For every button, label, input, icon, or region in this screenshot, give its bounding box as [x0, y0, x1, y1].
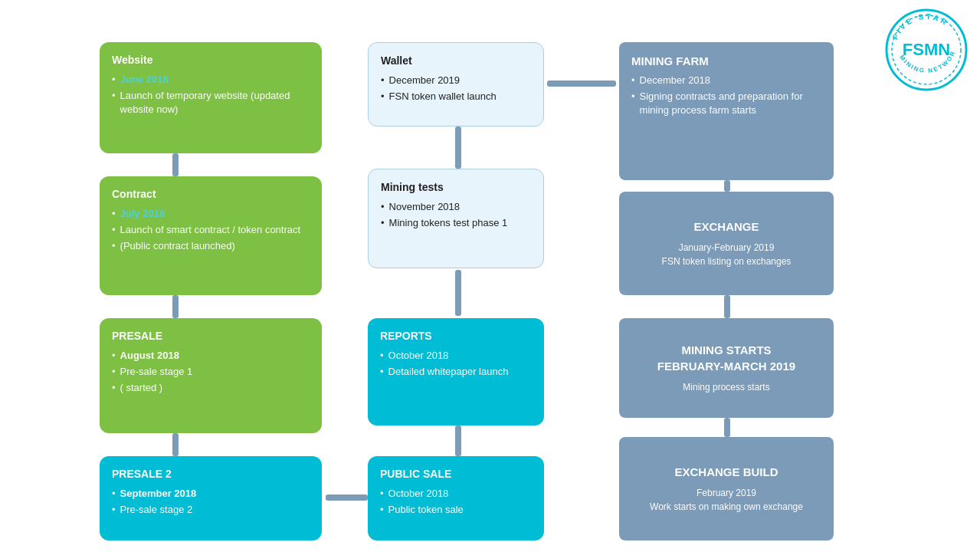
public-sale-title: PUBLIC SALE: [380, 467, 532, 482]
connector-v-col3-1: [724, 180, 730, 192]
presale-date: August 2018: [112, 349, 310, 363]
wallet-title: Wallet: [381, 54, 531, 69]
public-sale-date: October 2018: [380, 487, 532, 501]
presale-card: PRESALE August 2018 Pre-sale stage 1 ( s…: [100, 318, 322, 433]
mining-tests-card: Mining tests November 2018 Mining tokens…: [368, 169, 544, 268]
mining-starts-sub2: Mining process starts: [683, 380, 769, 394]
mining-starts-card: MINING STARTS FEBRUARY-MARCH 2019 Mining…: [619, 318, 834, 418]
presale2-title: PRESALE 2: [112, 467, 310, 482]
wallet-point1: FSN token wallet launch: [381, 90, 531, 104]
presale-point2: ( started ): [112, 381, 310, 395]
contract-date: July 2018: [112, 207, 310, 221]
connector-v-reports-publicsale: [455, 426, 461, 456]
mining-tests-title: Mining tests: [381, 180, 531, 196]
exchange-build-title: EXCHANGE BUILD: [674, 464, 778, 480]
fsmn-logo: FIVE STAR FSMN MINING NETWORK: [884, 8, 969, 92]
reports-card: REPORTS October 2018 Detailed whitepaper…: [368, 318, 544, 426]
connector-v-col3-2: [724, 295, 730, 318]
connector-v2: [172, 295, 179, 318]
roadmap-container: FIVE STAR FSMN MINING NETWORK Website Ju…: [0, 0, 980, 552]
mining-farm-title: MINING FARM: [631, 53, 821, 69]
exchange-title: EXCHANGE: [693, 219, 759, 235]
mining-farm-body: Signing contracts and preparation for mi…: [631, 90, 821, 117]
exchange-build-sub1: February 2019: [696, 486, 756, 500]
exchange-sub2: FSN token listing on exchanges: [662, 255, 792, 268]
exchange-sub1: January-February 2019: [679, 241, 775, 255]
reports-date: October 2018: [380, 349, 532, 363]
connector-v-wallet-miningtests: [455, 127, 461, 169]
mining-farm-card: MINING FARM December 2018 Signing contra…: [619, 42, 834, 180]
website-point1: Launch of temporary website (updated web…: [112, 89, 310, 117]
public-sale-card: PUBLIC SALE October 2018 Public token sa…: [368, 456, 544, 540]
presale-point1: Pre-sale stage 1: [112, 365, 310, 379]
presale2-date: September 2018: [112, 487, 310, 501]
reports-point1: Detailed whitepaper launch: [380, 365, 532, 379]
connector-h-presale2-publicsale: [326, 495, 368, 501]
wallet-date: December 2019: [381, 74, 531, 87]
contract-point1: Launch of smart contract / token contrac…: [112, 223, 310, 237]
contract-card: Contract July 2018 Launch of smart contr…: [100, 176, 322, 295]
mining-starts-title: MINING STARTS FEBRUARY-MARCH 2019: [657, 342, 795, 374]
contract-point2: (Public contract launched): [112, 239, 310, 253]
exchange-card: EXCHANGE January-February 2019 FSN token…: [619, 192, 834, 295]
contract-title: Contract: [112, 187, 310, 202]
connector-h-wallet-miningfarm: [547, 80, 616, 87]
presale2-card: PRESALE 2 September 2018 Pre-sale stage …: [100, 456, 322, 540]
connector-v1: [172, 153, 179, 176]
website-date: June 2018: [112, 73, 310, 87]
mining-tests-date: November 2018: [381, 200, 531, 214]
website-card: Website June 2018 Launch of temporary we…: [100, 42, 322, 153]
presale-title: PRESALE: [112, 329, 310, 344]
presale2-point1: Pre-sale stage 2: [112, 503, 310, 517]
mining-farm-date: December 2018: [631, 74, 821, 87]
connector-v-col3-3: [724, 418, 730, 437]
connector-v3: [172, 433, 179, 456]
svg-text:FSMN: FSMN: [903, 40, 950, 59]
reports-title: REPORTS: [380, 329, 532, 344]
connector-v-miningtests-reports: [455, 270, 461, 316]
website-title: Website: [112, 53, 310, 68]
exchange-build-sub2: Work starts on making own exchange: [650, 500, 803, 514]
wallet-card: Wallet December 2019 FSN token wallet la…: [368, 42, 544, 127]
public-sale-point1: Public token sale: [380, 503, 532, 517]
exchange-build-card: EXCHANGE BUILD February 2019 Work starts…: [619, 437, 834, 540]
mining-tests-point1: Mining tokens test phase 1: [381, 216, 531, 230]
